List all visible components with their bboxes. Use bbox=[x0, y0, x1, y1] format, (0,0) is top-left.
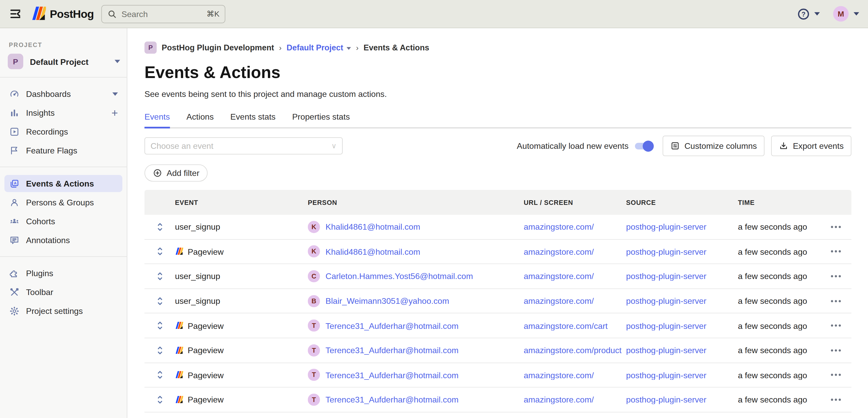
event-name: Pageview bbox=[188, 370, 223, 380]
tab-properties-stats[interactable]: Properties stats bbox=[292, 112, 350, 127]
project-badge: P bbox=[8, 54, 23, 69]
event-time: a few seconds ago bbox=[738, 370, 807, 380]
person-link[interactable]: Khalid4861@hotmail.com bbox=[326, 247, 420, 256]
sidebar-item-cohorts[interactable]: Cohorts bbox=[4, 213, 122, 230]
row-more-button[interactable] bbox=[820, 349, 851, 352]
url-link[interactable]: amazingstore.com/ bbox=[524, 247, 594, 256]
url-link[interactable]: amazingstore.com/ bbox=[524, 271, 594, 281]
new-insight-plus-icon[interactable]: + bbox=[111, 107, 118, 118]
sidebar: PROJECT P Default Project Dashboards Ins… bbox=[0, 28, 127, 418]
person-link[interactable]: Terence31_Aufderhar@hotmail.com bbox=[326, 321, 459, 330]
pageview-posthog-icon bbox=[175, 395, 183, 404]
table-row: Pageview T Terence31_Aufderhar@hotmail.c… bbox=[145, 338, 851, 363]
expand-chevrons-icon bbox=[155, 295, 165, 306]
person-link[interactable]: Terence31_Aufderhar@hotmail.com bbox=[326, 370, 459, 380]
tools-icon bbox=[9, 287, 20, 297]
row-more-button[interactable] bbox=[820, 275, 851, 277]
event-select[interactable]: Choose an event ∨ bbox=[145, 137, 343, 154]
svg-text:?: ? bbox=[802, 10, 806, 18]
source-link[interactable]: posthog-plugin-server bbox=[626, 271, 707, 281]
url-link[interactable]: amazingstore.com/ bbox=[524, 395, 594, 404]
url-link[interactable]: amazingstore.com/cart bbox=[524, 321, 608, 330]
row-more-button[interactable] bbox=[820, 399, 851, 401]
person-icon bbox=[9, 198, 20, 207]
events-table: EVENT PERSON URL / SCREEN SOURCE TIME bbox=[145, 190, 851, 412]
export-events-button[interactable]: Export events bbox=[771, 136, 851, 156]
breadcrumb: P PostHog Plugin Development › Default P… bbox=[145, 41, 851, 54]
user-menu[interactable]: M bbox=[833, 6, 859, 22]
url-link[interactable]: amazingstore.com/ bbox=[524, 222, 594, 232]
expand-chevrons-icon bbox=[155, 369, 165, 381]
sidebar-item-project-settings[interactable]: Project settings bbox=[4, 302, 122, 319]
row-more-button[interactable] bbox=[820, 374, 851, 376]
person-link[interactable]: Carleton.Hammes.Yost56@hotmail.com bbox=[326, 271, 473, 281]
source-link[interactable]: posthog-plugin-server bbox=[626, 247, 707, 256]
autoload-toggle[interactable] bbox=[635, 140, 654, 152]
tab-events[interactable]: Events bbox=[145, 112, 170, 127]
expand-row-button[interactable] bbox=[145, 369, 175, 381]
bar-chart-icon bbox=[9, 108, 20, 118]
source-link[interactable]: posthog-plugin-server bbox=[626, 370, 707, 380]
expand-chevrons-icon bbox=[155, 221, 165, 233]
avatar: M bbox=[833, 6, 848, 22]
person-link[interactable]: Terence31_Aufderhar@hotmail.com bbox=[326, 395, 459, 404]
expand-row-button[interactable] bbox=[145, 271, 175, 282]
expand-row-button[interactable] bbox=[145, 320, 175, 331]
tab-events-stats[interactable]: Events stats bbox=[230, 112, 276, 127]
search-icon bbox=[108, 9, 117, 18]
breadcrumb-organization[interactable]: PostHog Plugin Development bbox=[162, 43, 274, 52]
expand-row-button[interactable] bbox=[145, 295, 175, 306]
event-name: Pageview bbox=[188, 346, 223, 355]
sidebar-item-feature-flags[interactable]: Feature Flags bbox=[4, 142, 122, 159]
add-filter-button[interactable]: Add filter bbox=[145, 164, 208, 181]
search-input[interactable]: Search ⌘K bbox=[101, 5, 225, 23]
source-link[interactable]: posthog-plugin-server bbox=[626, 321, 707, 330]
chevron-down-icon bbox=[113, 92, 118, 96]
event-name: Pageview bbox=[188, 395, 223, 404]
source-link[interactable]: posthog-plugin-server bbox=[626, 395, 707, 404]
person-link[interactable]: Blair_Weimann3051@yahoo.com bbox=[326, 296, 449, 306]
source-link[interactable]: posthog-plugin-server bbox=[626, 222, 707, 232]
expand-row-button[interactable] bbox=[145, 246, 175, 257]
sidebar-item-persons-groups[interactable]: Persons & Groups bbox=[4, 194, 122, 211]
row-more-button[interactable] bbox=[820, 226, 851, 228]
url-link[interactable]: amazingstore.com/ bbox=[524, 370, 594, 380]
tab-actions[interactable]: Actions bbox=[187, 112, 214, 127]
person-link[interactable]: Khalid4861@hotmail.com bbox=[326, 222, 420, 232]
divider bbox=[0, 167, 127, 167]
url-link[interactable]: amazingstore.com/product bbox=[524, 346, 622, 355]
expand-row-button[interactable] bbox=[145, 394, 175, 405]
divider bbox=[0, 256, 127, 257]
project-switcher[interactable]: P Default Project bbox=[8, 54, 120, 69]
row-more-button[interactable] bbox=[820, 325, 851, 327]
play-recording-icon bbox=[9, 127, 20, 137]
table-row: Pageview K Khalid4861@hotmail.com amazin… bbox=[145, 239, 851, 264]
person-link[interactable]: Terence31_Aufderhar@hotmail.com bbox=[326, 346, 459, 355]
chevron-right-icon: › bbox=[279, 43, 282, 52]
sidebar-item-annotations[interactable]: Annotations bbox=[4, 232, 122, 248]
person-avatar: T bbox=[308, 344, 320, 356]
flag-icon bbox=[9, 145, 20, 155]
group-icon bbox=[9, 216, 20, 226]
sidebar-item-plugins[interactable]: Plugins bbox=[4, 265, 122, 281]
expand-row-button[interactable] bbox=[145, 345, 175, 356]
collapse-sidebar-icon[interactable] bbox=[9, 7, 23, 21]
sidebar-item-events-actions[interactable]: A Events & Actions bbox=[4, 175, 122, 192]
row-more-button[interactable] bbox=[820, 300, 851, 302]
url-link[interactable]: amazingstore.com/ bbox=[524, 296, 594, 306]
event-name: user_signup bbox=[175, 271, 220, 281]
breadcrumb-project[interactable]: Default Project bbox=[286, 43, 351, 52]
chevron-down-icon bbox=[115, 60, 120, 63]
help-menu[interactable]: ? bbox=[797, 7, 820, 20]
row-more-button[interactable] bbox=[820, 250, 851, 253]
customize-columns-button[interactable]: Customize columns bbox=[663, 136, 765, 156]
posthog-logo[interactable]: PostHog bbox=[31, 6, 94, 22]
pageview-posthog-icon bbox=[175, 321, 183, 330]
source-link[interactable]: posthog-plugin-server bbox=[626, 346, 707, 355]
sidebar-item-insights[interactable]: Insights + bbox=[4, 104, 122, 121]
sidebar-item-recordings[interactable]: Recordings bbox=[4, 123, 122, 140]
source-link[interactable]: posthog-plugin-server bbox=[626, 296, 707, 306]
sidebar-item-toolbar[interactable]: Toolbar bbox=[4, 283, 122, 300]
expand-row-button[interactable] bbox=[145, 221, 175, 233]
sidebar-item-dashboards[interactable]: Dashboards bbox=[4, 85, 122, 102]
